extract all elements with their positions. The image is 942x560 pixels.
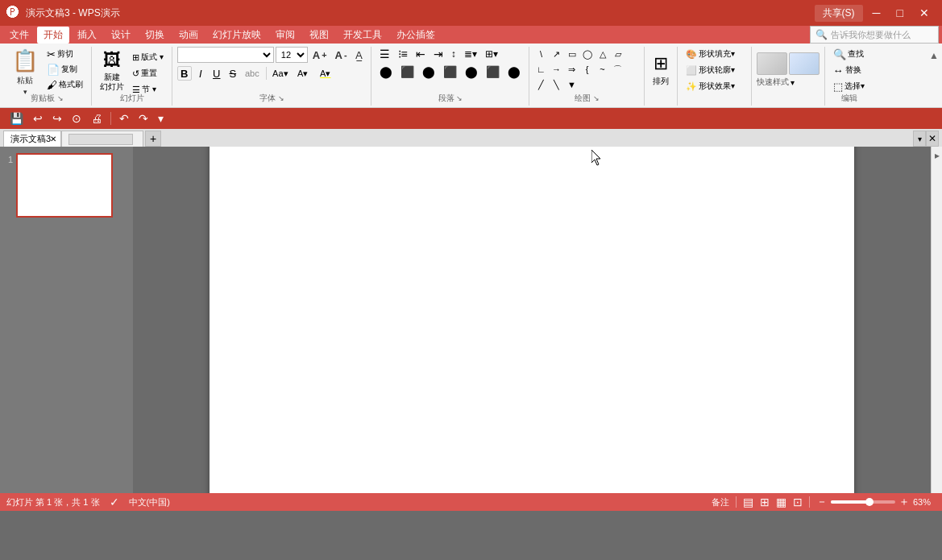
bullet-style-button[interactable]: ≣▾	[461, 47, 480, 61]
replace-button[interactable]: ↔ 替换	[830, 63, 868, 77]
reading-view-button[interactable]: ▦	[776, 496, 786, 508]
font-expand-icon[interactable]: ↘	[278, 94, 284, 102]
slide-1-thumbnail[interactable]	[16, 153, 113, 218]
select-button[interactable]: ⬚ 选择▾	[830, 79, 868, 93]
normal-view-button[interactable]: ▤	[743, 496, 753, 508]
paragraph-expand-icon[interactable]: ↘	[456, 94, 463, 102]
numbered-list-button[interactable]: ⁝≡	[395, 47, 411, 61]
doc-tab-close-1[interactable]: ✕	[48, 133, 59, 144]
presentation-view-button[interactable]: ⊡	[793, 496, 803, 508]
bullet-list-button[interactable]: ☰	[376, 47, 393, 61]
paste-button[interactable]: 📋 粘贴 ▾	[6, 47, 44, 97]
layout-button[interactable]: ⊞ 版式 ▾	[129, 50, 167, 64]
shape-fill-button[interactable]: 🎨 形状填充▾	[683, 47, 738, 61]
tab-scroll-button[interactable]: ▾	[913, 131, 926, 147]
shape-curve-btn[interactable]: ~	[595, 62, 610, 77]
shape-more-btn[interactable]: ▼	[565, 77, 579, 92]
new-slide-button[interactable]: 🖼 新建幻灯片	[97, 48, 127, 93]
find-button[interactable]: 🔍 查找	[830, 47, 868, 61]
document-tab-1[interactable]: 演示文稿3 ✕	[3, 131, 61, 147]
zoom-level-label[interactable]: 63%	[913, 497, 936, 507]
font-family-select[interactable]	[177, 47, 274, 63]
slide-sorter-button[interactable]: ⊞	[760, 496, 770, 508]
decrease-font-button[interactable]: A-	[332, 48, 351, 62]
menu-item-office[interactable]: 办公插签	[390, 27, 442, 44]
font-color-dropdown[interactable]: A▾	[293, 66, 313, 81]
text-shadow-button[interactable]: abc	[242, 66, 263, 81]
shape-diag1-btn[interactable]: ╱	[534, 77, 549, 92]
ribbon-collapse-button[interactable]: ▲	[929, 50, 939, 61]
shape-arrow2-btn[interactable]: →	[550, 62, 564, 77]
text-direction-button[interactable]: ⬤	[462, 64, 481, 79]
font-size-select[interactable]: 12	[276, 47, 308, 63]
highlight-color-button[interactable]: A▾	[315, 66, 336, 81]
increase-font-button[interactable]: A+	[309, 48, 330, 62]
shape-para-btn[interactable]: ▱	[611, 47, 625, 61]
shape-effect-button[interactable]: ✨ 形状效果▾	[683, 79, 738, 93]
shape-rect-btn[interactable]: ▭	[565, 47, 579, 61]
format-painter-button[interactable]: 🖌 格式刷	[44, 77, 86, 92]
menu-item-insert[interactable]: 插入	[71, 27, 103, 44]
zoom-out-button[interactable]: －	[816, 495, 828, 509]
bold-button[interactable]: B	[177, 66, 192, 81]
quick-style-2[interactable]	[789, 52, 820, 75]
line-spacing-button[interactable]: ↕	[448, 47, 459, 61]
edit-area[interactable]	[133, 147, 931, 493]
smart-art-button[interactable]: ⬤	[504, 64, 524, 79]
screenshot-qa-button[interactable]: ⊙	[68, 110, 85, 127]
menu-item-view[interactable]: 视图	[303, 27, 335, 44]
undo-qa-button[interactable]: ↩	[30, 110, 46, 127]
shape-line-btn[interactable]: \	[534, 47, 549, 61]
strikethrough-button[interactable]: S	[226, 66, 240, 81]
menu-item-file[interactable]: 文件	[3, 27, 35, 44]
shape-arc-btn[interactable]: ⌒	[611, 62, 625, 77]
shape-diag2-btn[interactable]: ╲	[550, 77, 564, 92]
clipboard-expand-icon[interactable]: ↘	[57, 94, 64, 102]
close-button[interactable]: ✕	[913, 5, 936, 21]
minimize-button[interactable]: ─	[866, 5, 887, 21]
align-text-button[interactable]: ⬛	[483, 64, 503, 79]
right-collapse-button[interactable]: ▸	[935, 150, 940, 161]
redo2-qa-button[interactable]: ↷	[135, 110, 151, 127]
menu-item-slideshow[interactable]: 幻灯片放映	[206, 27, 268, 44]
shape-arrow-btn[interactable]: ↗	[550, 47, 564, 61]
menu-item-transitions[interactable]: 切换	[139, 27, 171, 44]
align-center-button[interactable]: ⬛	[397, 64, 417, 79]
shape-circle-btn[interactable]: ◯	[580, 47, 595, 61]
new-tab-button[interactable]: +	[145, 131, 161, 147]
undo2-qa-button[interactable]: ↶	[116, 110, 132, 127]
italic-button[interactable]: I	[193, 66, 208, 81]
align-right-button[interactable]: ⬤	[419, 64, 438, 79]
shape-tri-btn[interactable]: △	[595, 47, 610, 61]
clear-format-button[interactable]: A̲	[352, 48, 366, 62]
share-button[interactable]: 共享(S)	[815, 5, 863, 22]
quickstyle-dropdown-icon[interactable]: ▾	[791, 78, 795, 87]
increase-indent-button[interactable]: ⇥	[430, 47, 446, 61]
char-spacing-button[interactable]: Aa▾	[270, 66, 291, 81]
menu-item-design[interactable]: 设计	[105, 27, 137, 44]
cut-button[interactable]: ✂ 剪切	[44, 47, 86, 61]
columns-button[interactable]: ⊞▾	[482, 47, 501, 61]
menu-item-developer[interactable]: 开发工具	[337, 27, 388, 44]
menu-item-home[interactable]: 开始	[37, 27, 69, 44]
align-left-button[interactable]: ⬤	[376, 64, 396, 79]
print-qa-button[interactable]: 🖨	[88, 110, 106, 127]
zoom-slider[interactable]	[831, 500, 895, 504]
drawing-expand-icon[interactable]: ↘	[593, 94, 600, 102]
shape-arrow3-btn[interactable]: ⇒	[565, 62, 579, 77]
underline-button[interactable]: U	[210, 66, 224, 81]
shape-bend-btn[interactable]: ∟	[534, 62, 549, 77]
arrange-button[interactable]: ⊞ 排列	[649, 48, 672, 93]
tab-close-all-button[interactable]: ✕	[926, 131, 939, 147]
shape-outline-button[interactable]: ⬜ 形状轮廓▾	[683, 63, 738, 77]
copy-button[interactable]: 📄 复制	[44, 62, 86, 77]
document-tab-2[interactable]	[61, 131, 143, 147]
reset-button[interactable]: ↺ 重置	[129, 66, 167, 81]
menu-item-animations[interactable]: 动画	[172, 27, 205, 44]
search-box[interactable]: 🔍 告诉我你想要做什么	[810, 26, 939, 44]
decrease-indent-button[interactable]: ⇤	[413, 47, 429, 61]
qa-more-button[interactable]: ▾	[155, 110, 167, 127]
shape-brace-btn[interactable]: {	[580, 62, 595, 77]
save-qa-button[interactable]: 💾	[6, 110, 27, 127]
zoom-in-button[interactable]: ＋	[898, 495, 910, 509]
